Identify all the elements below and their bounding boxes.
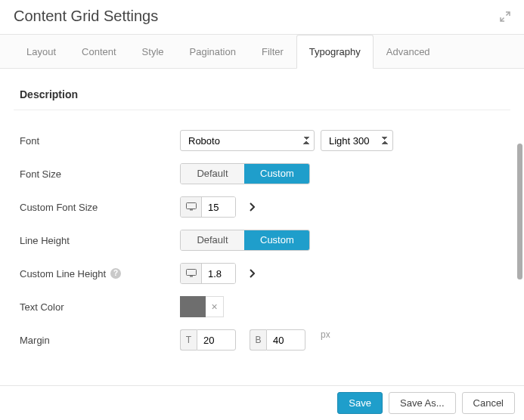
- label-custom-line-height: Custom Line Height ?: [20, 268, 180, 279]
- font-weight-select[interactable]: Light 300: [321, 130, 393, 151]
- svg-rect-0: [186, 203, 196, 209]
- cancel-button[interactable]: Cancel: [462, 392, 515, 414]
- font-size-segment: Default Custom: [180, 163, 310, 184]
- svg-rect-1: [186, 270, 196, 276]
- color-swatch[interactable]: [180, 296, 206, 317]
- tab-pagination[interactable]: Pagination: [177, 35, 249, 69]
- desktop-icon[interactable]: [181, 264, 202, 283]
- help-icon[interactable]: ?: [110, 268, 121, 279]
- custom-line-height-input[interactable]: [202, 264, 235, 283]
- margin-top-addon: T: [180, 329, 197, 351]
- dialog-title: Content Grid Settings: [14, 8, 158, 25]
- expand-icon[interactable]: [500, 11, 510, 22]
- font-family-select[interactable]: Roboto: [180, 130, 315, 151]
- label-font: Font: [20, 135, 180, 147]
- margin-bottom-addon: B: [250, 329, 266, 351]
- label-text-color: Text Color: [20, 301, 180, 313]
- label-line-height: Line Height: [20, 235, 180, 246]
- margin-unit: px: [321, 329, 330, 340]
- row-text-color: Text Color ×: [14, 290, 510, 323]
- row-custom-line-height: Custom Line Height ?: [14, 257, 510, 290]
- clear-color-button[interactable]: ×: [206, 296, 224, 317]
- tab-layout[interactable]: Layout: [14, 35, 69, 69]
- row-margin: Margin T B px: [14, 323, 510, 357]
- label-font-size: Font Size: [20, 168, 180, 180]
- save-as-button[interactable]: Save As...: [389, 392, 456, 414]
- tabs-bar: LayoutContentStylePaginationFilterTypogr…: [0, 34, 524, 69]
- font-size-custom-button[interactable]: Custom: [244, 164, 309, 184]
- line-height-default-button[interactable]: Default: [181, 230, 244, 250]
- dialog-header: Content Grid Settings: [0, 0, 524, 34]
- tab-content[interactable]: Content: [69, 35, 129, 69]
- desktop-icon[interactable]: [181, 197, 202, 217]
- settings-panel: Description Font Roboto Light 300 Font S…: [0, 69, 524, 394]
- tab-style[interactable]: Style: [129, 35, 177, 69]
- tab-typography[interactable]: Typography: [296, 35, 374, 69]
- save-button[interactable]: Save: [337, 392, 383, 414]
- section-title: Description: [14, 69, 510, 110]
- chevron-right-icon[interactable]: [245, 267, 259, 280]
- row-custom-font-size: Custom Font Size: [14, 190, 510, 224]
- custom-font-size-input[interactable]: [202, 197, 235, 217]
- tab-filter[interactable]: Filter: [249, 35, 296, 69]
- row-font: Font Roboto Light 300: [14, 124, 510, 157]
- line-height-segment: Default Custom: [180, 230, 310, 251]
- label-margin: Margin: [20, 335, 180, 346]
- font-size-default-button[interactable]: Default: [181, 164, 244, 184]
- label-custom-font-size: Custom Font Size: [20, 202, 180, 213]
- margin-bottom-input[interactable]: [266, 329, 305, 351]
- margin-top-input[interactable]: [197, 329, 236, 351]
- scrollbar-thumb[interactable]: [517, 144, 522, 279]
- row-line-height: Line Height Default Custom: [14, 224, 510, 257]
- dialog-footer: Save Save As... Cancel: [0, 385, 524, 420]
- line-height-custom-button[interactable]: Custom: [244, 230, 309, 250]
- chevron-right-icon[interactable]: [245, 200, 259, 214]
- close-icon: ×: [211, 301, 217, 313]
- tab-advanced[interactable]: Advanced: [374, 35, 443, 69]
- row-font-size: Font Size Default Custom: [14, 157, 510, 190]
